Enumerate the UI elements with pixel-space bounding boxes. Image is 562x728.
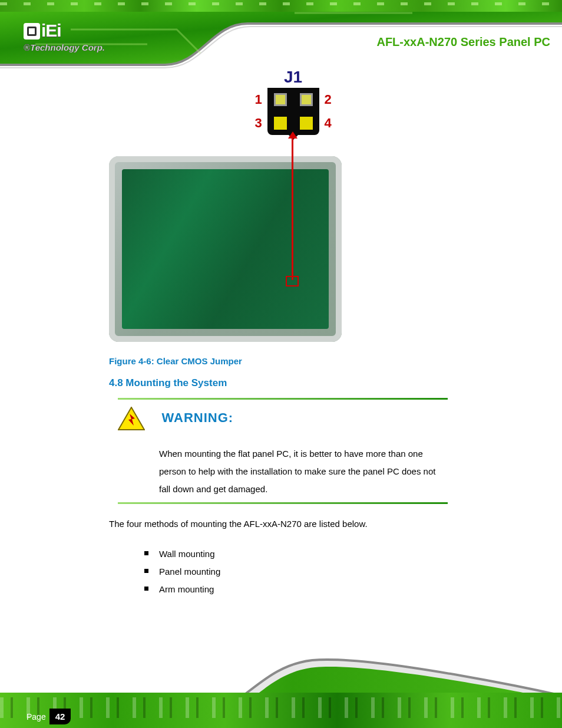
section-heading: 4.8 Mounting the System [109, 377, 227, 389]
pin-3-label: 3 [254, 116, 263, 131]
footer-swoosh-graphic [0, 637, 562, 728]
product-name-label: AFL-xxA-N270 Series Panel PC [376, 35, 550, 49]
bullet-icon [144, 551, 148, 555]
divider-line [118, 398, 448, 400]
page-label: Page [27, 712, 46, 722]
logo-text: iEi [41, 21, 61, 41]
connector-row-top [267, 88, 319, 111]
page-footer-banner: Page 42 [0, 637, 562, 728]
pin-pad [274, 93, 287, 106]
motherboard-photo [109, 156, 342, 342]
brand-logo: iEi [24, 21, 61, 41]
footer-green-pcb-strip [0, 693, 562, 728]
bullet-icon [144, 569, 148, 573]
list-item-text: Panel mounting [159, 563, 220, 581]
pin-pad [274, 117, 287, 130]
list-item-text: Wall mounting [159, 545, 214, 563]
body-paragraph: The four methods of mounting the AFL-xxA… [109, 519, 368, 529]
warning-icon [118, 407, 145, 430]
callout-arrow-head [288, 131, 297, 139]
warning-title: WARNING: [161, 410, 233, 426]
bullet-icon [144, 587, 148, 591]
warning-block: WARNING: When mounting the flat panel PC… [118, 407, 448, 498]
mounting-methods-list: Wall mounting Panel mounting Arm mountin… [144, 545, 220, 598]
callout-arrow-line [292, 136, 293, 280]
pin-pad [300, 117, 313, 130]
divider-line [118, 502, 448, 504]
brand-tagline: ®Technology Corp. [24, 42, 105, 52]
pin-4-label: 4 [324, 116, 332, 131]
callout-target-box [286, 276, 299, 286]
pin-1-label: 1 [254, 92, 263, 107]
page-number-block: Page 42 [27, 709, 71, 724]
connector-j1-callout: J1 1 2 3 4 [253, 68, 333, 135]
logo-icon [24, 23, 40, 39]
list-item-text: Arm mounting [159, 581, 214, 598]
list-item: Panel mounting [144, 563, 220, 581]
figure-caption: Figure 4-6: Clear CMOS Jumper [109, 356, 242, 366]
pin-pad [300, 93, 313, 106]
list-item: Arm mounting [144, 581, 220, 598]
pin-2-label: 2 [324, 92, 332, 107]
connector-label: J1 [253, 68, 333, 87]
list-item: Wall mounting [144, 545, 220, 563]
page-number: 42 [49, 709, 71, 724]
warning-text: When mounting the flat panel PC, it is b… [159, 445, 448, 498]
header-green-pcb-strip [0, 0, 562, 12]
jumper-diagram: J1 1 2 3 4 [109, 68, 348, 351]
